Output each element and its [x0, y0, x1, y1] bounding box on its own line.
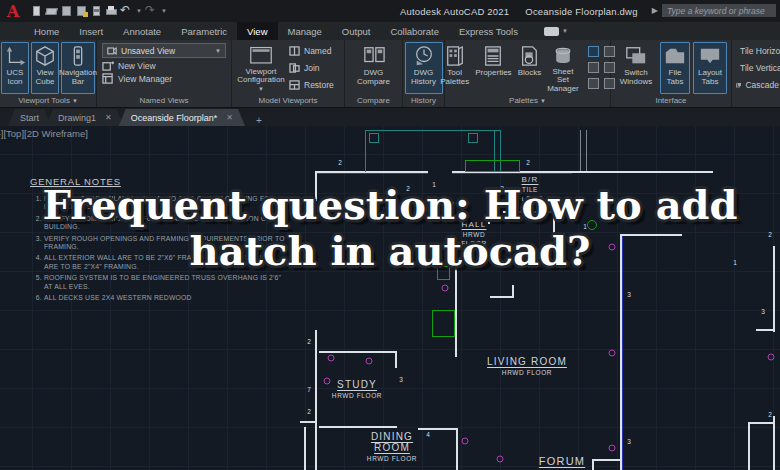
panel-label-interface[interactable]: Interface [611, 95, 731, 107]
ribbon-tab-view[interactable]: View [237, 22, 277, 40]
chevron-down-icon[interactable]: ▼ [136, 8, 142, 14]
wall-segment [592, 459, 620, 461]
properties-button[interactable]: Properties [473, 42, 513, 94]
panel-palettes: Tool Palettes Properties Blocks Sheet Se… [445, 40, 611, 107]
room-floor-type: HRWD FLOOR [367, 455, 417, 462]
autocad-logo-icon[interactable]: A [0, 2, 26, 21]
view-manager-button[interactable]: View Manager [102, 73, 226, 84]
wall-segment [300, 421, 316, 423]
room-label-dining-room: DININGROOMHRWD FLOOR [367, 431, 417, 462]
note-item: ALL DECKS USE 2X4 WESTERN REDWOOD [44, 294, 288, 302]
room-label-living-room: LIVING ROOMHRWD FLOOR [487, 356, 567, 376]
redo-icon[interactable] [145, 5, 158, 17]
new-view-button[interactable]: New View [102, 60, 226, 71]
viewport-controls[interactable]: [-][Top][2D Wireframe] [0, 128, 88, 139]
ribbon-tab-output[interactable]: Output [332, 22, 381, 40]
wall-segment [756, 329, 774, 331]
blocks-icon [519, 45, 539, 67]
ribbon-collapse-button[interactable]: ▼ [544, 22, 568, 40]
room-name: DINING [367, 431, 417, 442]
new-file-icon[interactable] [30, 5, 43, 17]
save-as-icon[interactable] [75, 5, 88, 17]
tile-horizontally-button[interactable]: Tile Horizontally [736, 46, 779, 56]
panel-label-viewport-tools[interactable]: Viewport Tools▼ [0, 95, 96, 107]
dimension-number: 2 [307, 338, 311, 345]
view-cube-button[interactable]: View Cube [31, 42, 59, 94]
wall-segment [586, 130, 587, 171]
lists-palette-icon[interactable] [588, 78, 599, 89]
new-tab-button[interactable]: + [252, 115, 266, 126]
switch-windows-button[interactable]: Switch Windows [615, 42, 657, 94]
search-arrow-icon[interactable]: ▶ [652, 6, 658, 15]
undo-icon[interactable] [120, 5, 133, 17]
ribbon-tab-express-tools[interactable]: Express Tools [449, 22, 528, 40]
open-icon[interactable] [45, 5, 58, 17]
tool-palettes-icon [445, 45, 465, 67]
wall-segment [319, 426, 397, 428]
new-view-icon [102, 60, 114, 71]
panel-label-model-viewports[interactable]: Model Viewports [232, 95, 344, 107]
tool-palettes-button[interactable]: Tool Palettes [438, 42, 471, 94]
join-viewports-button[interactable]: Join [289, 63, 334, 73]
dimension-number: 2 [307, 408, 311, 415]
view-cube-icon [34, 45, 56, 67]
overlay-title: Frequent question: How to add hatch in a… [30, 182, 750, 274]
ribbon-tab-parametric[interactable]: Parametric [171, 22, 237, 40]
save-icon[interactable] [60, 5, 73, 17]
wall-segment [468, 133, 478, 143]
blocks-button[interactable]: Blocks [516, 42, 544, 94]
close-icon[interactable]: ✕ [105, 113, 112, 122]
restore-viewports-button[interactable]: Restore [289, 80, 334, 90]
chevron-down-icon[interactable]: ▼ [161, 8, 167, 14]
search-input[interactable] [662, 4, 776, 17]
panel-label-palettes[interactable]: Palettes▼ [445, 95, 610, 107]
file-tabs-button[interactable]: File Tabs [660, 42, 690, 94]
document-title: Oceanside Floorplan.dwg [525, 6, 637, 17]
titlebar: A ▼▼ Autodesk AutoCAD 2021 Oceanside Flo… [0, 0, 780, 22]
wall-segment [748, 422, 774, 424]
dwg-history-button[interactable]: DWG History [405, 42, 443, 94]
ribbon-tab-manage[interactable]: Manage [278, 22, 332, 40]
chevron-down-icon: ▼ [72, 98, 78, 104]
navigation-bar-button[interactable]: Navigation Bar [61, 42, 95, 94]
panel-label-compare[interactable]: Compare [345, 95, 402, 107]
command-line-icon[interactable] [588, 46, 599, 57]
plot-icon[interactable] [90, 5, 103, 17]
dwg-compare-button[interactable]: DWG Compare [350, 42, 398, 94]
file-tab-drawing1[interactable]: Drawing1✕ [46, 109, 124, 126]
file-tab-start[interactable]: Start [8, 109, 51, 126]
tile-vertically-button[interactable]: Tile Vertically [736, 63, 779, 73]
panel-interface: Switch Windows File Tabs Layout Tabs Int… [611, 40, 732, 107]
switch-windows-icon [624, 45, 648, 67]
view-combo[interactable]: Unsaved View ▼ [102, 43, 226, 58]
drawing-canvas[interactable]: [-][Top][2D Wireframe] GENERAL NOTES FOU… [0, 126, 780, 470]
ribbon-tab-annotate[interactable]: Annotate [113, 22, 171, 40]
sheet-set-manager-icon [552, 45, 574, 66]
layout-tabs-button[interactable]: Layout Tabs [693, 42, 727, 94]
ribbon-tab-home[interactable]: Home [24, 22, 69, 40]
cascade-icon [736, 80, 741, 90]
viewport-configuration-button[interactable]: Viewport Configuration ▼ [235, 42, 287, 94]
panel-label-history[interactable]: History [403, 95, 444, 107]
ribbon-tab-insert[interactable]: Insert [69, 22, 113, 40]
chevron-down-icon: ▼ [215, 48, 221, 54]
markup-palette-icon[interactable] [588, 62, 599, 73]
room-label-forum: FORUM [539, 455, 585, 467]
panel-window: Tile Horizontally Tile Vertically Cascad… [732, 40, 780, 107]
dimension-number: 7 [307, 386, 311, 393]
wall-segment [365, 130, 501, 131]
cascade-button[interactable]: Cascade [736, 80, 779, 90]
panel-label-named-views[interactable]: Named Views [97, 95, 231, 107]
named-viewports-button[interactable]: Named [289, 46, 334, 56]
wall-segment [319, 351, 397, 353]
ucs-icon-button[interactable]: UCS Icon [1, 42, 29, 94]
close-icon[interactable]: ✕ [226, 113, 233, 122]
overlay-title-line1: Frequent question: How to add [30, 182, 750, 228]
panel-named-views: Unsaved View ▼ New View View Manager Nam… [97, 40, 232, 107]
ribbon-tab-collaborate[interactable]: Collaborate [380, 22, 449, 40]
sheet-set-manager-button[interactable]: Sheet Set Manager [545, 42, 581, 94]
print-icon[interactable] [105, 5, 118, 17]
wall-segment [395, 351, 397, 368]
dimension-number: 3 [627, 291, 631, 298]
file-tab-oceanside-floorplan-[interactable]: Oceanside Floorplan*✕ [119, 109, 245, 126]
